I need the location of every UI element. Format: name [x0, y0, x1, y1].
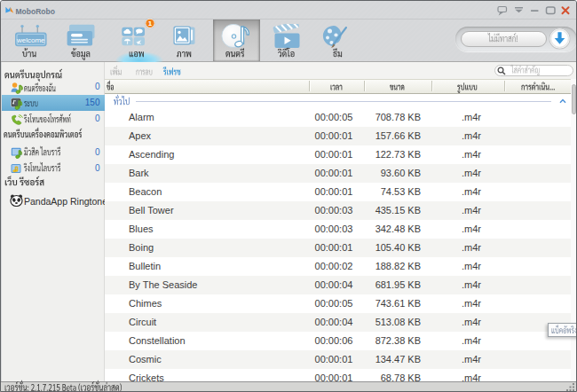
svg-text:welcome: welcome — [16, 36, 45, 44]
svg-text:1: 1 — [147, 20, 152, 27]
